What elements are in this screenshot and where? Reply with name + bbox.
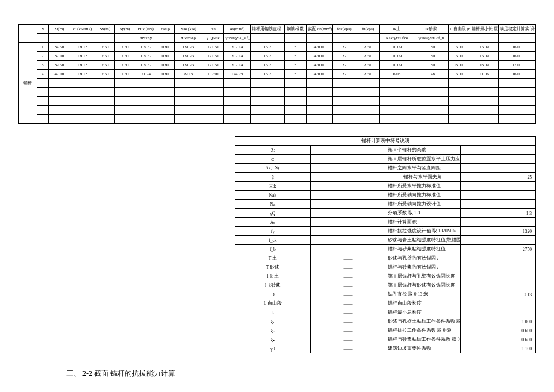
legend-value: 1320 [461, 227, 536, 236]
legend-desc: 锚杆抗拉工作条件系数 取 0.69 [385, 326, 461, 335]
legend-value: 1.000 [461, 317, 536, 326]
legend-symbol: Sx、Sy [235, 164, 311, 173]
legend-desc: 锚杆自由段长度 [385, 299, 461, 308]
legend-value [461, 272, 536, 281]
legend-row: Zᵢ——第ｉ个锚杆的高度 [235, 146, 536, 155]
legend-value [461, 218, 536, 227]
hdr-sy: Sy(m) [115, 25, 135, 34]
legend-value [461, 155, 536, 164]
legend-symbol: Htk [235, 182, 311, 191]
legend-symbol: L 自由段 [235, 299, 311, 308]
legend-value: 1.3 [461, 209, 536, 218]
table-row-blank [19, 88, 536, 97]
legend-row: L 自由段——锚杆自由段长度 [235, 299, 536, 308]
legend-row: fy——锚杆抗拉强度设计值 取 1320MPa1320 [235, 227, 536, 236]
legend-desc: 锚杆与水平面夹角 [385, 173, 461, 182]
legend-symbol: l_k砂浆 [235, 281, 311, 290]
hdr-htk: Htk (kN) [135, 25, 157, 34]
legend-desc: 第ｉ层锚杆与砂浆有效锚固长度 [385, 281, 461, 290]
legend-value: 1.100 [461, 344, 536, 353]
hdr-count: 钢筋根 数 [284, 25, 306, 34]
legend-desc: 锚杆与砂浆粘结工作条件系数 取 0.6 [385, 335, 461, 344]
hdr-lk1: lk土 [380, 25, 414, 34]
legend-symbol: L [235, 308, 311, 317]
legend-desc: 砂浆与孔壁土粘结工作条件系数 取 1.000 [385, 317, 461, 326]
legend-desc: 锚杆之间水平与竖直间距 [385, 164, 461, 173]
legend-symbol: σᵢ [235, 155, 311, 164]
header-row-1: N Zi(m) σᵢ (kN/m2) Sx(m) Sy(m) Htk (kN) … [19, 25, 536, 34]
section-heading: 三、 2-2 截面 锚杆的抗拔能力计算 [66, 369, 536, 379]
legend-symbol: γQ [235, 209, 311, 218]
table-row-blank [19, 115, 536, 124]
legend-desc: 锚杆所受轴向拉力设计值 [385, 200, 461, 209]
legend-desc: 砂浆与岩土粘结强度特征值(取锚固段各土层加权平均值) [385, 236, 461, 245]
hdr-db: 实配 db(mm²) [307, 25, 332, 34]
legend-value [461, 191, 536, 200]
legend-symbol: Na [235, 200, 311, 209]
hdr-lfree: L 自由段 (m) [448, 25, 470, 34]
legend-title: 锚杆计算表中符号说明 [235, 137, 536, 146]
anchor-calc-table: N Zi(m) σᵢ (kN/m2) Sx(m) Sy(m) Htk (kN) … [18, 24, 536, 124]
legend-row: As——锚杆计算面积 [235, 218, 536, 227]
legend-symbol: β [235, 173, 311, 182]
legend-row: T 砂浆——锚杆与砂浆的有效锚固力 [235, 263, 536, 272]
hdr-as: As(mm²) [224, 25, 250, 34]
legend-symbol: As [235, 218, 311, 227]
table-row: 339.5019.132.502.50119.570.91131.93171.5… [19, 61, 536, 70]
legend-desc: 锚杆计算面积 [385, 218, 461, 227]
hdr-lmin: 锚杆最小长 度 L(m) [470, 25, 499, 34]
legend-value: 2750 [461, 245, 536, 254]
legend-symbol: ξ₂ [235, 326, 311, 335]
legend-symbol: f_b [235, 245, 311, 254]
table-row-blank [19, 97, 536, 106]
legend-row: σᵢ——第ｉ层锚杆所在位置水平土压力应力 [235, 155, 536, 164]
legend-desc: 第ｉ层锚杆与孔壁有效锚固长度 [385, 272, 461, 281]
legend-row: L——锚杆最小总长度 [235, 308, 536, 317]
legend-row: T 土——砂浆与孔壁的有效锚固力 [235, 254, 536, 263]
hdr-lset: 满足稳定计算实 设长度(m) [498, 25, 535, 34]
legend-desc: 建筑边坡重要性系数 [385, 344, 461, 353]
table-row-blank [19, 106, 536, 115]
legend-symbol: T 砂浆 [235, 263, 311, 272]
table-row-blank [19, 79, 536, 88]
legend-symbol: ξ₁ [235, 317, 311, 326]
legend-value [461, 308, 536, 317]
legend-value [461, 236, 536, 245]
legend-value [461, 263, 536, 272]
legend-symbol: f_ck [235, 236, 311, 245]
hdr-fck: fck(kpa) [332, 25, 356, 34]
header-row-2: πiSxSy Htk/cosβ γ QNak γ₀Na/ξ₂A_s f_y Na… [19, 34, 536, 43]
hdr-nak: Nak (kN) [174, 25, 202, 34]
legend-symbol: D [235, 290, 311, 299]
legend-value [461, 182, 536, 191]
legend-row: γQ——分项系数 取 1.31.3 [235, 209, 536, 218]
table-row: 442.0019.132.501.5071.740.9179.16102.911… [19, 70, 536, 79]
legend-row: Nak——锚杆所受轴向拉力标准值 [235, 191, 536, 200]
legend-symbol: T 土 [235, 254, 311, 263]
hdr-zi: Zi(m) [48, 25, 70, 34]
hdr-fn: fn(kpa) [356, 25, 379, 34]
legend-row: f_b——锚杆与砂浆粘结强度特征值2750 [235, 245, 536, 254]
hdr-na: Na [202, 25, 224, 34]
table-row: 锚杆134.5019.132.502.50119.570.91131.93171… [19, 43, 536, 52]
hdr-cosb: cos β [157, 25, 174, 34]
legend-desc: 锚杆与砂浆的有效锚固力 [385, 263, 461, 272]
legend-value: 0.600 [461, 335, 536, 344]
legend-value [461, 200, 536, 209]
legend-value: 0.690 [461, 326, 536, 335]
legend-row: γ0——建筑边坡重要性系数1.100 [235, 344, 536, 353]
legend-row: Htk——锚杆所受水平拉力标准值 [235, 182, 536, 191]
legend-desc: 砂浆与孔壁的有效锚固力 [385, 254, 461, 263]
legend-row: D——钻孔直径 取 0.13 米0.13 [235, 290, 536, 299]
legend-row: ξ₁——砂浆与孔壁土粘结工作条件系数 取 1.0001.000 [235, 317, 536, 326]
legend-symbol: fy [235, 227, 311, 236]
legend-table: 锚杆计算表中符号说明 Zᵢ——第ｉ个锚杆的高度σᵢ——第ｉ层锚杆所在位置水平土压… [235, 136, 536, 353]
legend-value [461, 299, 536, 308]
legend-desc: 锚杆最小总长度 [385, 308, 461, 317]
legend-desc: 锚杆所受水平拉力标准值 [385, 182, 461, 191]
legend-symbol: ξ₃ [235, 335, 311, 344]
legend-desc: 锚杆与砂浆粘结强度特征值 [385, 245, 461, 254]
hdr-n: N [37, 25, 49, 34]
hdr-dia: 锚杆用钢筋直径 （mm） [250, 25, 284, 34]
legend-value: 0.13 [461, 290, 536, 299]
